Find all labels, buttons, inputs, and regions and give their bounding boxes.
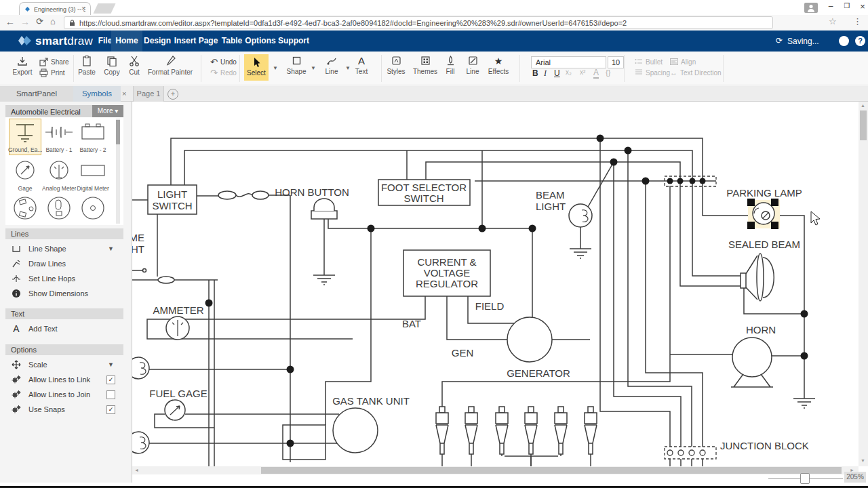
label-light-switch: LIGHT bbox=[157, 188, 187, 200]
beam-light-symbol bbox=[569, 204, 592, 227]
font-size-input[interactable]: 10 bbox=[608, 56, 624, 68]
h-scrollbar[interactable]: ◄ ► bbox=[132, 466, 859, 474]
v-scroll-up-icon[interactable]: ▲ bbox=[861, 103, 865, 108]
tab-page1[interactable]: Page 1 bbox=[133, 86, 164, 102]
set-line-hops-item[interactable]: Set Line Hops bbox=[5, 272, 123, 285]
line-shape-item[interactable]: Line Shape ▼ bbox=[5, 242, 123, 256]
app-header: smartdraw File Home Design Insert Page T… bbox=[0, 30, 868, 52]
add-page-icon[interactable]: + bbox=[167, 89, 178, 100]
bullet-button[interactable]: Bullet bbox=[635, 57, 663, 66]
italic-button[interactable]: I bbox=[544, 68, 547, 79]
bold-button[interactable]: B bbox=[532, 68, 538, 78]
profile-icon[interactable] bbox=[804, 3, 818, 13]
add-text-item[interactable]: A Add Text bbox=[5, 322, 123, 336]
symbol-button[interactable]: {} bbox=[606, 68, 610, 77]
underline-button[interactable]: U bbox=[554, 68, 560, 78]
zoom-slider-thumb[interactable] bbox=[800, 473, 810, 484]
help-icon[interactable]: ? bbox=[855, 36, 865, 46]
window-close[interactable]: × bbox=[856, 1, 868, 12]
select-button[interactable]: Select bbox=[244, 54, 269, 81]
window-maximize[interactable]: ❒ bbox=[841, 2, 853, 9]
text-button[interactable]: A Text bbox=[346, 56, 377, 75]
export-label: Export bbox=[7, 68, 38, 76]
font-family-input[interactable]: Arial bbox=[531, 56, 606, 68]
tab-symbols-close-icon[interactable]: × bbox=[122, 86, 126, 101]
redo-button[interactable]: ↷Redo bbox=[210, 68, 237, 77]
more-button[interactable]: More ▾ bbox=[92, 105, 123, 117]
shape-dropdown-icon[interactable]: ▼ bbox=[311, 65, 316, 71]
allow-join-label: Allow Lines to Join bbox=[28, 390, 90, 399]
window-minimize[interactable]: – bbox=[825, 1, 837, 11]
allow-join-gears-icon bbox=[11, 390, 22, 399]
shape-button[interactable]: Shape bbox=[281, 56, 312, 75]
scale-item[interactable]: Scale ▼ bbox=[5, 358, 123, 371]
panel-tab-bar: SmartPanel Symbols × Page 1 + bbox=[0, 86, 868, 102]
print-button[interactable]: Print bbox=[39, 68, 65, 77]
browser-chrome: Engineering (3) -- Smart × – ❒ × ← → ⟳ ⌂… bbox=[0, 0, 868, 30]
symbol-coil[interactable] bbox=[77, 194, 109, 225]
line-button[interactable]: Line bbox=[316, 56, 347, 75]
label-dome-2: GHT bbox=[132, 243, 144, 255]
show-dimensions-item[interactable]: Show Dimensions bbox=[5, 287, 123, 300]
h-scroll-left-icon[interactable]: ◄ bbox=[134, 468, 139, 472]
url-field[interactable]: https://cloud.smartdraw.com/editor.aspx?… bbox=[64, 16, 773, 29]
tab-symbols[interactable]: Symbols bbox=[73, 86, 121, 102]
h-scroll-thumb[interactable] bbox=[261, 467, 842, 474]
menu-support[interactable]: Support bbox=[275, 30, 312, 52]
browser-tab[interactable]: Engineering (3) -- Smart × bbox=[19, 2, 91, 16]
allow-link-item[interactable]: Allow Lines to Link ✓ bbox=[5, 373, 123, 386]
allow-join-checkbox[interactable] bbox=[106, 390, 115, 399]
back-icon[interactable]: ← bbox=[5, 16, 15, 27]
new-tab-button[interactable] bbox=[94, 3, 116, 14]
reload-icon[interactable]: ⟳ bbox=[36, 16, 43, 26]
tab-smartpanel[interactable]: SmartPanel bbox=[0, 86, 73, 102]
effects-button[interactable]: ★ Effects bbox=[483, 56, 514, 75]
format-painter-button[interactable]: Format Painter bbox=[144, 56, 196, 76]
menu-home[interactable]: Home bbox=[111, 30, 142, 52]
mouse-cursor bbox=[811, 211, 820, 225]
menu-options[interactable]: Options bbox=[243, 30, 278, 52]
drawing-canvas[interactable]: LIGHT SWITCH HORN BUTTON FOOT SELECTOR S… bbox=[132, 102, 859, 466]
align-button[interactable]: Align bbox=[670, 57, 696, 66]
font-color-button[interactable]: A bbox=[593, 68, 599, 79]
v-scrollbar[interactable]: ▲ ▼ bbox=[859, 102, 868, 466]
smartdraw-logo-icon bbox=[18, 35, 33, 47]
v-scroll-down-icon[interactable]: ▼ bbox=[861, 458, 865, 463]
v-scroll-thumb[interactable] bbox=[860, 110, 867, 140]
line-shape-label: Line Shape bbox=[28, 245, 66, 253]
scale-caret-icon[interactable]: ▼ bbox=[108, 361, 114, 368]
select-dropdown-icon[interactable]: ▼ bbox=[273, 65, 278, 71]
styles-button[interactable]: Styles bbox=[380, 56, 412, 75]
tab-close-icon[interactable]: × bbox=[81, 5, 85, 12]
allow-link-label: Allow Lines to Link bbox=[28, 375, 90, 384]
diagram-symbols[interactable] bbox=[132, 176, 780, 466]
bookmark-star-icon[interactable]: ☆ bbox=[829, 16, 837, 26]
symbols-scrollbar[interactable] bbox=[116, 119, 120, 224]
symbol-distributor[interactable] bbox=[9, 194, 41, 225]
symbols-scrollbar-thumb[interactable] bbox=[116, 120, 120, 144]
scale-label: Scale bbox=[28, 361, 47, 369]
notifications-icon[interactable] bbox=[839, 36, 849, 46]
draw-lines-item[interactable]: Draw Lines bbox=[5, 257, 123, 270]
spacing-button[interactable]: Spacing bbox=[635, 68, 670, 77]
left-panel: Automobile Electrical More ▾ Ground, Ea.… bbox=[0, 102, 132, 483]
label-sealed-beam: SEALED BEAM bbox=[728, 239, 800, 250]
text-direction-button[interactable]: ↔ Text Direction bbox=[670, 68, 722, 77]
home-icon[interactable]: ⌂ bbox=[50, 16, 56, 26]
browser-menu-icon[interactable]: ⋮ bbox=[853, 16, 862, 26]
allow-link-checkbox[interactable]: ✓ bbox=[106, 375, 115, 384]
allow-join-item[interactable]: Allow Lines to Join bbox=[5, 388, 123, 401]
shape-label: Shape bbox=[281, 68, 312, 75]
undo-button[interactable]: ↶Undo bbox=[210, 57, 237, 66]
share-button[interactable]: Share bbox=[39, 57, 69, 66]
line-shape-caret-icon[interactable]: ▼ bbox=[108, 245, 114, 252]
symbol-grid: Ground, Ea... Battery - 1 Battery - 2 Ga… bbox=[5, 117, 123, 225]
use-snaps-item[interactable]: Use Snaps ✓ bbox=[5, 403, 123, 416]
symbol-solenoid[interactable] bbox=[43, 194, 75, 225]
subscript-button[interactable]: x₂ bbox=[566, 68, 572, 76]
forward-icon[interactable]: → bbox=[20, 16, 30, 27]
export-button[interactable]: Export bbox=[7, 56, 38, 76]
use-snaps-checkbox[interactable]: ✓ bbox=[106, 405, 115, 414]
superscript-button[interactable]: x² bbox=[580, 68, 585, 76]
styles-label: Styles bbox=[380, 68, 412, 75]
